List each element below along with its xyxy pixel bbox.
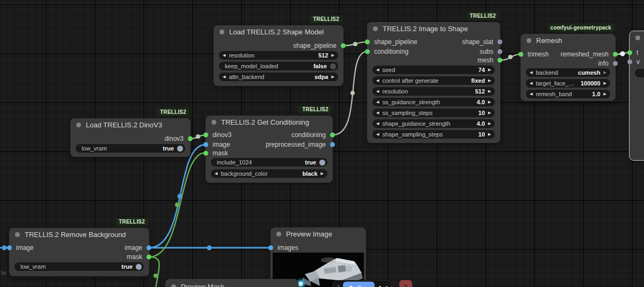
output-dot[interactable] bbox=[497, 49, 502, 54]
collapse-dot-icon[interactable] bbox=[373, 26, 378, 31]
node-title-bar[interactable]: TRELLIS.2 Image to Shape bbox=[367, 22, 500, 35]
run-toolbar[interactable]: Run 1 ^ ✕ bbox=[333, 280, 412, 287]
widget-remesh-band[interactable]: ◀ remesh_band 1.0 ▶ bbox=[526, 90, 610, 98]
cancel-button[interactable]: ✕ bbox=[399, 280, 412, 287]
increment-arrow-icon[interactable]: ▶ bbox=[332, 75, 334, 79]
output-dot[interactable] bbox=[188, 136, 193, 141]
widget-backend[interactable]: ◀ backend cumesh ▶ bbox=[526, 68, 610, 77]
decrement-arrow-icon[interactable]: ◀ bbox=[376, 89, 379, 94]
node-title-bar[interactable] bbox=[630, 31, 644, 44]
collapse-dot-icon[interactable] bbox=[171, 284, 176, 287]
increment-arrow-icon[interactable]: ▶ bbox=[488, 100, 491, 104]
input-slot[interactable]: conditioning bbox=[367, 47, 408, 56]
widget-seed[interactable]: ◀ seed 74 ▶ bbox=[372, 66, 495, 74]
node-load-dinov3[interactable]: TRELLIS2 Load TRELLIS.2 DinoV3 dinov3 lo… bbox=[70, 118, 191, 157]
drag-handle-icon[interactable] bbox=[338, 285, 339, 287]
increment-arrow-icon[interactable]: ▶ bbox=[488, 111, 491, 115]
input-dot[interactable] bbox=[365, 49, 370, 54]
node-title-bar[interactable]: Load TRELLIS.2 Shape Model bbox=[214, 25, 343, 38]
output-slot[interactable]: image bbox=[125, 243, 149, 252]
output-dot[interactable] bbox=[147, 254, 151, 259]
output-slot[interactable]: subs bbox=[480, 47, 500, 56]
collapse-dot-icon[interactable] bbox=[76, 123, 81, 127]
toggle-knob-icon[interactable] bbox=[330, 63, 336, 69]
decrement-arrow-icon[interactable]: ◀ bbox=[223, 75, 225, 79]
collapse-dot-icon[interactable] bbox=[276, 232, 281, 236]
input-dot[interactable] bbox=[7, 245, 12, 250]
decrement-arrow-icon[interactable]: ◀ bbox=[376, 100, 379, 104]
output-dot[interactable] bbox=[330, 132, 335, 137]
input-dot[interactable] bbox=[203, 150, 208, 155]
node-title-bar[interactable]: TRELLIS.2 Get Conditioning bbox=[206, 116, 333, 128]
input-slot[interactable]: v bbox=[630, 57, 640, 66]
node-preview-mask[interactable]: Preview Mask bbox=[165, 279, 298, 287]
decrement-arrow-icon[interactable]: ◀ bbox=[376, 121, 379, 126]
widget-low-vram[interactable]: low_vram true bbox=[76, 144, 185, 153]
output-slot[interactable]: conditioning bbox=[291, 130, 333, 139]
widget-background-color[interactable]: ◀ background_color black ▶ bbox=[211, 169, 327, 178]
output-slot[interactable]: dinov3 bbox=[165, 134, 191, 143]
input-slot[interactable]: trimesh bbox=[521, 49, 548, 59]
toggle-knob-icon[interactable] bbox=[136, 264, 142, 270]
increment-arrow-icon[interactable]: ▶ bbox=[488, 121, 491, 126]
node-preview-image[interactable]: Preview Image images bbox=[270, 227, 366, 287]
input-slot[interactable]: image bbox=[9, 243, 34, 252]
decrement-arrow-icon[interactable]: ◀ bbox=[530, 70, 532, 75]
decrement-arrow-icon[interactable]: ◀ bbox=[376, 132, 379, 137]
widget-target-face-count[interactable]: ◀ target_face_… 100000 ▶ bbox=[526, 79, 610, 88]
widget-shape-guidance-strength[interactable]: ◀ shape_guidance_strength 4.0 ▶ bbox=[372, 119, 495, 128]
output-slot[interactable]: remeshed_mesh bbox=[561, 49, 616, 59]
toggle-knob-icon[interactable] bbox=[177, 146, 183, 152]
input-dot[interactable] bbox=[627, 50, 632, 55]
increment-arrow-icon[interactable]: ▶ bbox=[321, 171, 324, 176]
output-dot[interactable] bbox=[147, 245, 151, 250]
increment-arrow-icon[interactable]: ▶ bbox=[488, 132, 491, 137]
input-dot[interactable] bbox=[203, 142, 208, 147]
increment-arrow-icon[interactable]: ▶ bbox=[604, 70, 606, 75]
output-slot[interactable]: mask bbox=[127, 252, 149, 261]
increment-arrow-icon[interactable]: ▶ bbox=[604, 81, 606, 85]
increment-arrow-icon[interactable]: ▶ bbox=[488, 68, 491, 72]
decrement-arrow-icon[interactable]: ◀ bbox=[223, 53, 225, 58]
widget-control-after-generate[interactable]: ◀ control after generate fixed ▶ bbox=[372, 76, 495, 85]
input-slot[interactable]: t bbox=[630, 48, 638, 57]
output-dot[interactable] bbox=[497, 39, 502, 44]
widget-include-1024[interactable]: include_1024 true bbox=[211, 158, 327, 167]
decrement-arrow-icon[interactable]: ◀ bbox=[530, 81, 532, 85]
output-slot[interactable]: mesh bbox=[478, 55, 500, 64]
widget-resolution[interactable]: ◀ resolution 512 ▶ bbox=[372, 87, 495, 96]
widget-attn-backend[interactable]: ◀ attn_backend sdpa ▶ bbox=[219, 73, 338, 81]
collapse-dot-icon[interactable] bbox=[211, 120, 216, 125]
collapse-dot-icon[interactable] bbox=[219, 30, 224, 34]
node-remove-background[interactable]: TRELLIS2 TRELLIS.2 Remove Background ima… bbox=[9, 228, 149, 276]
input-slot[interactable]: images bbox=[270, 243, 298, 252]
node-get-conditioning[interactable]: TRELLIS2 TRELLIS.2 Get Conditioning dino… bbox=[206, 116, 333, 183]
output-slot[interactable]: preprocessed_image bbox=[266, 140, 333, 149]
queue-count[interactable]: 1 bbox=[378, 285, 382, 287]
input-dot[interactable] bbox=[518, 52, 523, 56]
collapse-dot-icon[interactable] bbox=[526, 38, 531, 43]
widget-keep-model-loaded[interactable]: keep_model_loaded false bbox=[219, 62, 338, 70]
input-dot[interactable] bbox=[627, 59, 632, 64]
node-title-bar[interactable]: Remesh bbox=[521, 34, 616, 47]
increment-arrow-icon[interactable]: ▶ bbox=[332, 53, 334, 58]
node-remesh[interactable]: comfyui-geometrypack Remesh trimesh reme… bbox=[521, 34, 616, 101]
node-title-bar[interactable]: TRELLIS.2 Remove Background bbox=[9, 228, 149, 241]
decrement-arrow-icon[interactable]: ◀ bbox=[376, 78, 379, 83]
input-dot[interactable] bbox=[268, 245, 273, 250]
output-dot[interactable] bbox=[613, 61, 618, 66]
output-slot[interactable]: info bbox=[598, 59, 616, 68]
input-slot[interactable]: shape_pipeline bbox=[367, 37, 418, 46]
increment-arrow-icon[interactable]: ▶ bbox=[488, 78, 491, 83]
widget-resolution[interactable]: ◀ resolution 512 ▶ bbox=[219, 51, 338, 60]
widget-shape-sampling-steps[interactable]: ◀ shape_sampling_steps 10 ▶ bbox=[372, 130, 495, 139]
input-slot[interactable]: image bbox=[206, 140, 230, 149]
node-load-shape-model[interactable]: TRELLIS2 Load TRELLIS.2 Shape Model shap… bbox=[214, 25, 343, 86]
node-title-bar[interactable]: Preview Image bbox=[270, 227, 366, 240]
output-dot[interactable] bbox=[497, 58, 502, 62]
widget-ss-guidance-strength[interactable]: ◀ ss_guidance_strength 4.0 ▶ bbox=[372, 98, 495, 106]
toggle-knob-icon[interactable] bbox=[319, 160, 325, 166]
widget-ss-sampling-steps[interactable]: ◀ ss_sampling_steps 10 ▶ bbox=[372, 109, 495, 117]
input-dot[interactable] bbox=[365, 39, 370, 44]
input-dot[interactable] bbox=[203, 132, 208, 137]
